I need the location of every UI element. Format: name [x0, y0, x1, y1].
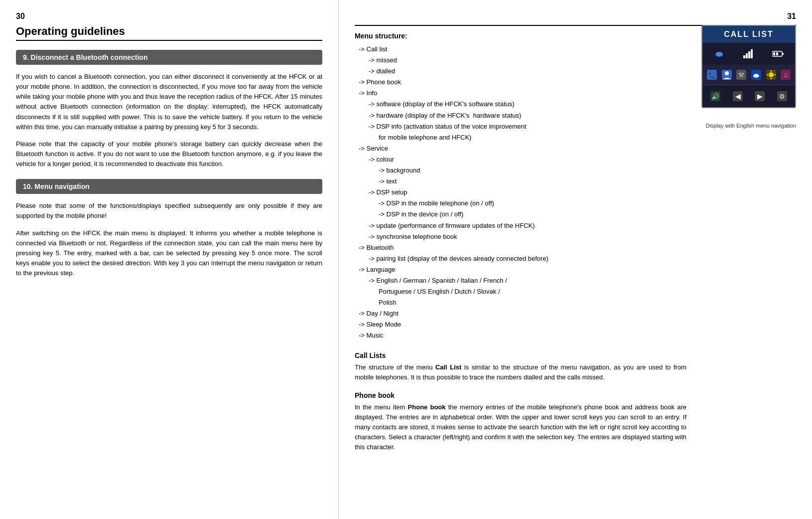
page-right: 31 CALL LIST ⬬ — [339, 0, 812, 519]
call-list-row3: 🔊 ◀ ▶ ⚙ — [702, 85, 795, 107]
menu-item-dsp-info-cont: for mobile telephone and HFCK) — [379, 132, 686, 143]
svg-rect-1 — [746, 53, 748, 58]
menu-item-hardware: -> hardware (display of the HFCK's hardw… — [369, 110, 686, 121]
phone-book-title: Phone book — [355, 391, 686, 399]
menu-item-dialled: -> dialled — [369, 66, 686, 77]
menu-item-software: -> software (display of the HFCK's softw… — [369, 99, 686, 110]
sun-icon — [764, 67, 779, 83]
menu-tree: -> Call list -> missed -> dialled -> Pho… — [359, 44, 686, 342]
menu-item-phone-book: -> Phone book — [359, 77, 686, 88]
section-header-menu-nav: 10. Menu navigation — [16, 179, 322, 194]
bluetooth-icon: ⬬ — [711, 46, 727, 62]
settings-icon: ⚙ — [774, 88, 790, 104]
section-menu-nav: 10. Menu navigation Please note that som… — [16, 179, 322, 278]
call-list-row1: ⬬ — [702, 43, 795, 65]
section-disconnect-para2: Please note that the capacity of your mo… — [16, 139, 322, 169]
section-menu-nav-para2: After switching on the HFCK the main men… — [16, 228, 322, 279]
call-list-row2: 📞 ⚒ ⬬ — [702, 65, 795, 85]
menu-item-background: -> background — [379, 165, 686, 176]
menu-item-day-night: -> Day / Night — [359, 308, 686, 319]
menu-item-music: -> Music — [359, 330, 686, 341]
call-list-caption-container: Display with English menu navigation — [701, 121, 796, 129]
svg-text:♫: ♫ — [783, 71, 788, 79]
page-title-left: Operating guidelines — [16, 25, 322, 41]
menu-item-bluetooth: -> Bluetooth — [359, 242, 686, 253]
menu-item-lang-list2: Portuguese / US English / Dutch / Slovak… — [379, 286, 686, 297]
signal-icon — [741, 46, 757, 62]
svg-text:⚒: ⚒ — [738, 71, 744, 79]
menu-item-synchronise: -> synchronise telephone book — [369, 231, 686, 242]
menu-item-sleep-mode: -> Sleep Mode — [359, 319, 686, 330]
svg-text:📞: 📞 — [708, 71, 715, 79]
svg-rect-6 — [773, 52, 775, 55]
section-disconnect-para1: If you wish to cancel a Bluetooth connec… — [16, 72, 322, 132]
call-lists-title: Call Lists — [355, 351, 686, 359]
menu-structure-title: Menu structure: — [355, 32, 686, 40]
contacts-icon — [719, 67, 734, 83]
menu-item-dsp-setup: -> DSP setup — [369, 187, 686, 198]
svg-rect-3 — [751, 49, 753, 58]
menu-item-language: -> Language — [359, 264, 686, 275]
menu-item-dsp-device: -> DSP in the device (on / off) — [379, 209, 686, 220]
menu-item-dsp-info: -> DSP info (activation status of the vo… — [369, 121, 686, 132]
svg-text:⬬: ⬬ — [753, 71, 759, 79]
page-left: 30 Operating guidelines 9. Disconnect a … — [0, 0, 339, 519]
menu-item-lang-list: -> English / German / Spanish / Italian … — [369, 275, 686, 286]
call-list-header: CALL LIST — [702, 26, 795, 43]
volume-icon: 🔊 — [707, 88, 723, 104]
forward-arrow-icon: ▶ — [752, 88, 768, 104]
menu-item-lang-list3: Polish — [379, 297, 686, 308]
section-menu-nav-para1: Please note that some of the functions/d… — [16, 201, 322, 221]
svg-text:▶: ▶ — [757, 92, 763, 100]
svg-point-11 — [725, 71, 729, 75]
phone-missed-icon: 📞 — [704, 67, 719, 83]
svg-rect-5 — [782, 53, 784, 55]
page-number-left: 30 — [16, 12, 322, 21]
section-disconnect: 9. Disconnect a Bluetooth connection If … — [16, 50, 322, 169]
menu-item-text: -> text — [379, 176, 686, 187]
call-list-caption: Display with English menu navigation — [701, 123, 796, 129]
page-number-right: 31 — [355, 12, 796, 21]
svg-rect-7 — [776, 52, 778, 55]
menu-item-pairing-list: -> pairing list (display of the devices … — [369, 253, 686, 264]
menu-item-dsp-mobile: -> DSP in the mobile telephone (on / off… — [379, 198, 686, 209]
back-arrow-icon: ◀ — [730, 88, 746, 104]
music-icon: ♫ — [778, 67, 793, 83]
menu-item-info: -> Info — [359, 88, 686, 99]
call-lists-text: The structure of the menu Call List is s… — [355, 362, 686, 382]
svg-rect-0 — [743, 55, 745, 58]
section-header-disconnect: 9. Disconnect a Bluetooth connection — [16, 50, 322, 65]
menu-item-update: -> update (performance of firmware updat… — [369, 220, 686, 231]
menu-item-colour: -> colour — [369, 154, 686, 165]
menu-item-service: -> Service — [359, 143, 686, 154]
call-list-panel: CALL LIST ⬬ — [701, 25, 796, 108]
menu-item-call-list: -> Call list — [359, 44, 686, 55]
svg-text:◀: ◀ — [735, 92, 740, 100]
svg-rect-2 — [748, 51, 750, 58]
svg-text:🔊: 🔊 — [711, 92, 720, 101]
battery-icon — [770, 46, 786, 62]
wrench-icon: ⚒ — [734, 67, 749, 83]
svg-text:⚙: ⚙ — [779, 93, 785, 100]
bluetooth2-icon: ⬬ — [749, 67, 764, 83]
svg-point-17 — [769, 72, 774, 77]
menu-item-missed: -> missed — [369, 55, 686, 66]
phone-book-text: In the menu item Phone book the memory e… — [355, 402, 686, 453]
